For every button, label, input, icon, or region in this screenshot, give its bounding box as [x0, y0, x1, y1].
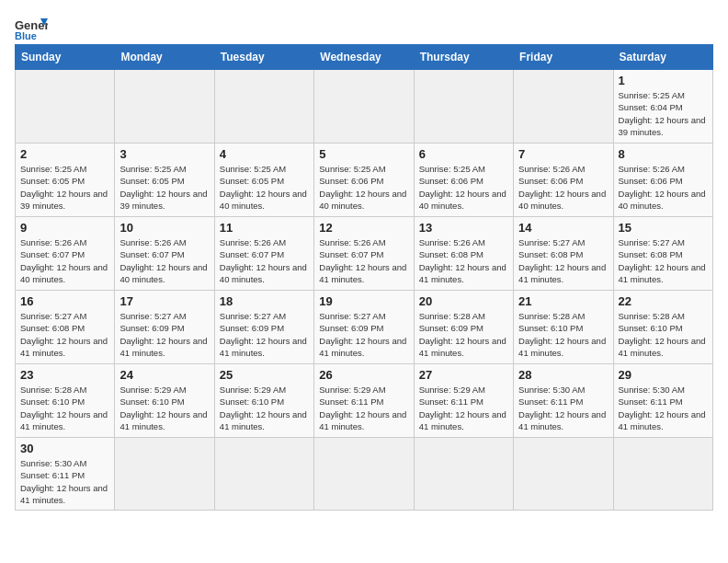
day-number: 15 [619, 221, 708, 235]
calendar-cell: 2Sunrise: 5:25 AM Sunset: 6:05 PM Daylig… [16, 144, 115, 217]
calendar-cell: 25Sunrise: 5:29 AM Sunset: 6:10 PM Dayli… [214, 364, 313, 438]
day-info: Sunrise: 5:28 AM Sunset: 6:10 PM Dayligh… [619, 310, 708, 359]
day-info: Sunrise: 5:25 AM Sunset: 6:05 PM Dayligh… [20, 163, 109, 212]
day-info: Sunrise: 5:26 AM Sunset: 6:07 PM Dayligh… [20, 236, 109, 285]
calendar-week-row: 1Sunrise: 5:25 AM Sunset: 6:04 PM Daylig… [16, 70, 713, 144]
day-info: Sunrise: 5:26 AM Sunset: 6:06 PM Dayligh… [619, 163, 708, 212]
day-info: Sunrise: 5:25 AM Sunset: 6:04 PM Dayligh… [619, 89, 708, 138]
weekday-header-monday: Monday [115, 45, 214, 70]
calendar-cell: 7Sunrise: 5:26 AM Sunset: 6:06 PM Daylig… [514, 144, 613, 217]
calendar-cell: 23Sunrise: 5:28 AM Sunset: 6:10 PM Dayli… [16, 364, 115, 438]
day-number: 1 [619, 74, 708, 87]
day-number: 27 [419, 368, 508, 382]
day-number: 22 [619, 294, 708, 308]
weekday-header-saturday: Saturday [613, 45, 712, 70]
weekday-header-tuesday: Tuesday [214, 45, 313, 70]
day-number: 23 [20, 368, 109, 382]
day-info: Sunrise: 5:27 AM Sunset: 6:09 PM Dayligh… [220, 310, 309, 359]
calendar-cell: 4Sunrise: 5:25 AM Sunset: 6:05 PM Daylig… [214, 144, 313, 217]
day-number: 11 [220, 221, 309, 235]
day-number: 28 [518, 368, 608, 382]
calendar-cell: 21Sunrise: 5:28 AM Sunset: 6:10 PM Dayli… [514, 291, 613, 364]
calendar-cell: 30Sunrise: 5:30 AM Sunset: 6:11 PM Dayli… [16, 438, 115, 511]
calendar-week-row: 23Sunrise: 5:28 AM Sunset: 6:10 PM Dayli… [16, 364, 713, 438]
calendar-cell: 3Sunrise: 5:25 AM Sunset: 6:05 PM Daylig… [115, 144, 214, 217]
day-info: Sunrise: 5:26 AM Sunset: 6:07 PM Dayligh… [319, 236, 408, 285]
calendar-cell: 19Sunrise: 5:27 AM Sunset: 6:09 PM Dayli… [314, 291, 414, 364]
generalblue-logo-icon: General Blue [15, 15, 48, 40]
day-number: 21 [518, 294, 608, 308]
calendar-cell: 27Sunrise: 5:29 AM Sunset: 6:11 PM Dayli… [414, 364, 513, 438]
day-info: Sunrise: 5:30 AM Sunset: 6:11 PM Dayligh… [20, 457, 109, 506]
calendar-week-row: 2Sunrise: 5:25 AM Sunset: 6:05 PM Daylig… [16, 144, 713, 217]
day-info: Sunrise: 5:25 AM Sunset: 6:05 PM Dayligh… [119, 163, 209, 212]
day-number: 12 [319, 221, 408, 235]
day-number: 13 [419, 221, 508, 235]
day-info: Sunrise: 5:26 AM Sunset: 6:06 PM Dayligh… [518, 163, 608, 212]
calendar-cell [414, 438, 513, 511]
day-info: Sunrise: 5:27 AM Sunset: 6:08 PM Dayligh… [20, 310, 109, 359]
day-info: Sunrise: 5:28 AM Sunset: 6:10 PM Dayligh… [20, 384, 109, 432]
calendar-cell: 8Sunrise: 5:26 AM Sunset: 6:06 PM Daylig… [613, 144, 712, 217]
calendar-cell [514, 438, 613, 511]
day-number: 8 [619, 147, 708, 161]
weekday-header-thursday: Thursday [414, 45, 513, 70]
day-info: Sunrise: 5:29 AM Sunset: 6:10 PM Dayligh… [119, 384, 209, 432]
day-number: 18 [220, 294, 309, 308]
day-number: 17 [119, 294, 209, 308]
day-number: 29 [619, 368, 708, 382]
day-info: Sunrise: 5:28 AM Sunset: 6:10 PM Dayligh… [518, 310, 608, 359]
logo: General Blue [15, 15, 48, 40]
calendar-cell: 20Sunrise: 5:28 AM Sunset: 6:09 PM Dayli… [414, 291, 513, 364]
day-info: Sunrise: 5:29 AM Sunset: 6:10 PM Dayligh… [220, 384, 309, 432]
day-info: Sunrise: 5:29 AM Sunset: 6:11 PM Dayligh… [319, 384, 408, 432]
calendar-cell: 26Sunrise: 5:29 AM Sunset: 6:11 PM Dayli… [314, 364, 414, 438]
calendar-cell: 10Sunrise: 5:26 AM Sunset: 6:07 PM Dayli… [115, 217, 214, 291]
day-info: Sunrise: 5:25 AM Sunset: 6:06 PM Dayligh… [419, 163, 508, 212]
day-number: 9 [20, 221, 109, 235]
weekday-header-sunday: Sunday [16, 45, 115, 70]
calendar-week-row: 16Sunrise: 5:27 AM Sunset: 6:08 PM Dayli… [16, 291, 713, 364]
day-number: 4 [220, 147, 309, 161]
day-info: Sunrise: 5:26 AM Sunset: 6:07 PM Dayligh… [119, 236, 209, 285]
calendar-cell: 28Sunrise: 5:30 AM Sunset: 6:11 PM Dayli… [514, 364, 613, 438]
day-number: 14 [518, 221, 608, 235]
day-info: Sunrise: 5:25 AM Sunset: 6:05 PM Dayligh… [220, 163, 309, 212]
day-number: 26 [319, 368, 408, 382]
calendar-cell [414, 70, 513, 144]
calendar-cell [314, 70, 414, 144]
day-number: 30 [20, 442, 109, 455]
calendar-cell [16, 70, 115, 144]
calendar-cell: 22Sunrise: 5:28 AM Sunset: 6:10 PM Dayli… [613, 291, 712, 364]
calendar-cell: 29Sunrise: 5:30 AM Sunset: 6:11 PM Dayli… [613, 364, 712, 438]
calendar-cell: 9Sunrise: 5:26 AM Sunset: 6:07 PM Daylig… [16, 217, 115, 291]
day-info: Sunrise: 5:27 AM Sunset: 6:08 PM Dayligh… [619, 236, 708, 285]
calendar-cell: 17Sunrise: 5:27 AM Sunset: 6:09 PM Dayli… [115, 291, 214, 364]
weekday-header-friday: Friday [514, 45, 613, 70]
svg-text:Blue: Blue [15, 30, 37, 40]
day-info: Sunrise: 5:27 AM Sunset: 6:09 PM Dayligh… [319, 310, 408, 359]
day-info: Sunrise: 5:28 AM Sunset: 6:09 PM Dayligh… [419, 310, 508, 359]
calendar-cell [314, 438, 414, 511]
calendar-cell: 11Sunrise: 5:26 AM Sunset: 6:07 PM Dayli… [214, 217, 313, 291]
day-number: 19 [319, 294, 408, 308]
day-info: Sunrise: 5:27 AM Sunset: 6:09 PM Dayligh… [119, 310, 209, 359]
calendar-cell: 15Sunrise: 5:27 AM Sunset: 6:08 PM Dayli… [613, 217, 712, 291]
calendar-cell: 24Sunrise: 5:29 AM Sunset: 6:10 PM Dayli… [115, 364, 214, 438]
calendar-cell [115, 70, 214, 144]
calendar-table: SundayMondayTuesdayWednesdayThursdayFrid… [15, 44, 713, 511]
calendar-cell [613, 438, 712, 511]
weekday-header-wednesday: Wednesday [314, 45, 414, 70]
day-number: 5 [319, 147, 408, 161]
calendar-cell: 13Sunrise: 5:26 AM Sunset: 6:08 PM Dayli… [414, 217, 513, 291]
day-info: Sunrise: 5:30 AM Sunset: 6:11 PM Dayligh… [518, 384, 608, 432]
day-number: 6 [419, 147, 508, 161]
day-number: 16 [20, 294, 109, 308]
calendar-cell: 18Sunrise: 5:27 AM Sunset: 6:09 PM Dayli… [214, 291, 313, 364]
day-number: 25 [220, 368, 309, 382]
day-info: Sunrise: 5:30 AM Sunset: 6:11 PM Dayligh… [619, 384, 708, 432]
day-number: 24 [119, 368, 209, 382]
day-number: 20 [419, 294, 508, 308]
calendar-cell: 12Sunrise: 5:26 AM Sunset: 6:07 PM Dayli… [314, 217, 414, 291]
header: General Blue [15, 15, 713, 40]
